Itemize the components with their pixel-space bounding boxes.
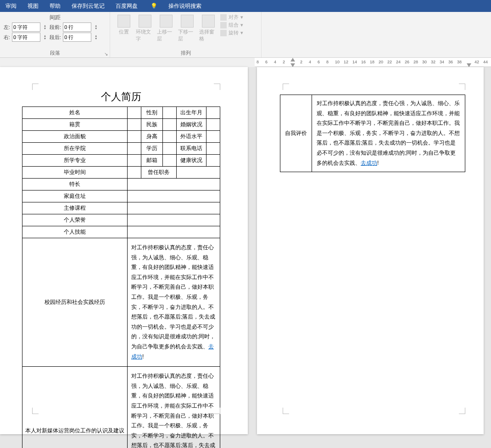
send-backward-button[interactable]: 下移一层 — [177, 14, 197, 43]
page-2: 自我评价 对工作持积极认真的态度，责任心强，为人诚恳、细心、乐观、稳重，有良好的… — [257, 67, 484, 434]
spinner-after[interactable]: ▲▼ — [93, 34, 99, 40]
table-cell — [128, 107, 141, 119]
eval-text: 对工作持积极认真的态度，责任心强，为人诚恳、细心、乐观、稳重，有良好的团队精神，… — [312, 95, 465, 172]
table-cell — [128, 202, 220, 214]
table-cell: 邮箱 — [141, 155, 162, 167]
table-cell: 对工作持积极认真的态度，责任心强，为人诚恳、细心、乐观、稳重，有良好的团队精神，… — [128, 238, 220, 367]
paragraph-dialog-launcher[interactable]: ↘ — [104, 51, 108, 56]
ribbon-group-arrange: 位置 环绕文字 上移一层 下移一层 选择窗格 对齐 ▾ 组合 ▾ 旋转 ▾ 排列 — [110, 12, 262, 57]
spinner-left[interactable]: ▲▼ — [42, 24, 48, 30]
paragraph-group-label: 段落 — [0, 50, 110, 56]
table-cell: 籍贯 — [22, 119, 128, 131]
table-cell — [128, 155, 141, 167]
table-cell — [128, 226, 220, 238]
indent-right-input[interactable] — [12, 33, 40, 42]
crop-mark — [32, 408, 39, 414]
crop-mark — [459, 84, 465, 90]
table-cell: 出生年月 — [177, 107, 206, 119]
table-cell: 曾任职务 — [141, 167, 177, 179]
table-cell — [206, 143, 220, 155]
rotate-button[interactable]: 旋转 ▾ — [220, 29, 243, 36]
spinner-before[interactable]: ▲▼ — [93, 24, 99, 30]
arrange-group-label: 排列 — [110, 50, 261, 56]
align-icon — [220, 14, 227, 21]
table-cell: 个人技能 — [22, 226, 128, 238]
wrap-icon — [139, 15, 151, 28]
table-cell: 家庭住址 — [22, 190, 128, 202]
table-cell — [206, 155, 220, 167]
table-cell: 个人荣誉 — [22, 214, 128, 226]
position-icon — [117, 15, 130, 28]
table-cell: 学历 — [141, 143, 162, 155]
position-button[interactable]: 位置 — [114, 14, 134, 36]
spacing-before-label: 段前: — [50, 24, 61, 31]
table-cell — [128, 119, 141, 131]
table-cell — [177, 167, 220, 179]
spacing-title: 间距 — [4, 14, 106, 22]
crop-mark — [283, 408, 289, 414]
menu-cloudnotes[interactable]: 保存到云笔记 — [66, 0, 110, 12]
spacing-after-input[interactable] — [63, 33, 91, 42]
table-cell: 联系电话 — [177, 143, 206, 155]
table-cell: 婚姻状况 — [177, 119, 206, 131]
table-cell — [128, 179, 220, 190]
eval-label: 自我评价 — [280, 95, 312, 172]
table-cell — [162, 143, 176, 155]
doc-title: 个人简历 — [22, 90, 220, 104]
spacing-before-input[interactable] — [63, 22, 91, 32]
ruler-row: 8642246810121416182022242628303234363842… — [0, 58, 491, 67]
send-backward-icon — [181, 15, 194, 28]
ribbon-group-paragraph: 间距 左: ▲▼ 段前: ▲▼ 右: ▲▼ 段后: ▲▼ 段落 ↘ — [0, 12, 110, 57]
table-cell: 特长 — [22, 179, 128, 190]
crop-mark — [214, 84, 220, 90]
ribbon: 间距 左: ▲▼ 段前: ▲▼ 右: ▲▼ 段后: ▲▼ 段落 ↘ — [0, 12, 491, 58]
table-cell: 校园经历和社会实践经历 — [22, 238, 128, 367]
selection-pane-icon — [202, 15, 215, 28]
table-cell — [128, 214, 220, 226]
resume-table: 姓名性别出生年月籍贯民族婚姻状况政治面貌身高外语水平所在学院学历联系电话所学专业… — [22, 106, 220, 448]
bring-forward-icon — [160, 15, 173, 28]
spinner-right[interactable]: ▲▼ — [42, 34, 48, 40]
table-cell — [128, 143, 141, 155]
horizontal-ruler[interactable]: 8642246810121416182022242628303234363842… — [255, 58, 491, 67]
table-cell — [128, 131, 141, 143]
menu-view[interactable]: 视图 — [22, 0, 44, 12]
table-cell: 毕业时间 — [22, 167, 128, 179]
menu-help[interactable]: 帮助 — [44, 0, 66, 12]
table-cell — [206, 131, 220, 143]
table-cell: 姓名 — [22, 107, 128, 119]
menu-baidu[interactable]: 百度网盘 — [110, 0, 143, 12]
table-cell — [128, 167, 141, 179]
table-cell: 对工作持积极认真的态度，责任心强，为人诚恳、细心、乐观、稳重，有良好的团队精神，… — [128, 367, 220, 448]
table-cell: 所在学院 — [22, 143, 128, 155]
table-cell — [206, 107, 220, 119]
menubar: 审阅 视图 帮助 保存到云笔记 百度网盘 💡 操作说明搜索 — [0, 0, 491, 12]
indent-left-input[interactable] — [12, 22, 40, 32]
spacing-after-label: 段后: — [50, 34, 61, 41]
rotate-icon — [220, 30, 227, 36]
table-cell — [162, 155, 176, 167]
table-cell: 外语水平 — [177, 131, 206, 143]
indent-left-label: 左: — [4, 24, 10, 31]
menu-review[interactable]: 审阅 — [0, 0, 22, 12]
wrap-text-button[interactable]: 环绕文字 — [135, 14, 155, 43]
document-canvas: 个人简历 姓名性别出生年月籍贯民族婚姻状况政治面貌身高外语水平所在学院学历联系电… — [0, 67, 491, 448]
table-cell — [128, 190, 220, 202]
table-cell — [162, 131, 176, 143]
group-button[interactable]: 组合 ▾ — [220, 22, 243, 28]
table-cell — [206, 119, 220, 131]
self-eval-table: 自我评价 对工作持积极认真的态度，责任心强，为人诚恳、细心、乐观、稳重，有良好的… — [280, 95, 465, 172]
page-1: 个人简历 姓名性别出生年月籍贯民族婚姻状况政治面貌身高外语水平所在学院学历联系电… — [0, 67, 248, 434]
tell-me-search[interactable]: 操作说明搜索 — [163, 0, 207, 12]
indent-right-label: 右: — [4, 34, 10, 41]
table-cell — [162, 107, 176, 119]
crop-mark — [459, 408, 465, 414]
table-cell: 政治面貌 — [22, 131, 128, 143]
align-button[interactable]: 对齐 ▾ — [220, 14, 243, 21]
crop-mark — [32, 84, 39, 90]
selection-pane-button[interactable]: 选择窗格 — [198, 14, 218, 43]
crop-mark — [214, 408, 220, 414]
lightbulb-icon: 💡 — [145, 0, 163, 12]
bring-forward-button[interactable]: 上移一层 — [156, 14, 176, 43]
group-icon — [220, 22, 227, 28]
